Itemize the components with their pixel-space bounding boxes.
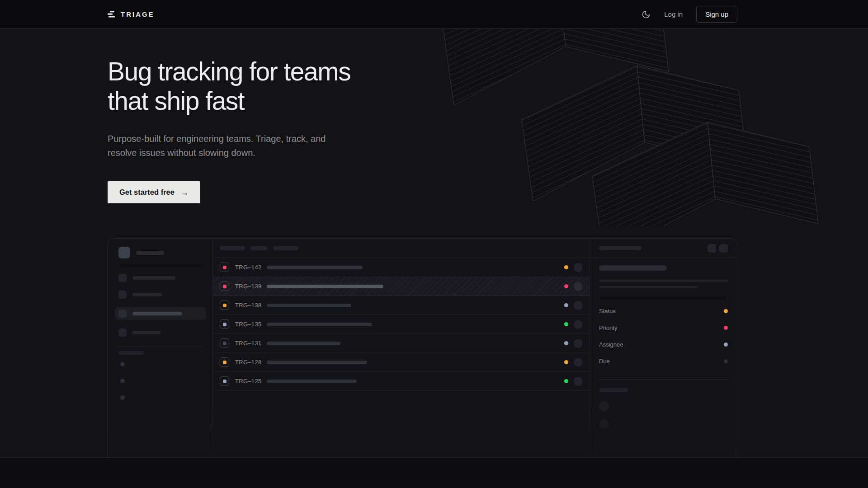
issue-type-icon — [220, 282, 229, 291]
sidebar-nav-item[interactable] — [118, 274, 202, 282]
description-line-placeholder — [599, 280, 728, 282]
assignee-avatar[interactable] — [574, 358, 583, 367]
activity-avatar — [599, 401, 609, 411]
field-label: Due — [599, 358, 610, 365]
logo[interactable]: TRIAGE — [108, 10, 155, 18]
divider — [599, 379, 728, 380]
issue-title-placeholder — [267, 380, 357, 383]
signup-button[interactable]: Sign up — [696, 6, 737, 23]
issue-type-icon — [220, 263, 229, 272]
issue-row[interactable]: TRG–138 — [213, 296, 590, 315]
sidebar-nav-item[interactable] — [115, 307, 206, 320]
divider — [599, 298, 728, 298]
assignee-avatar[interactable] — [574, 339, 583, 348]
issue-type-icon — [220, 300, 229, 310]
cta-label: Get started free — [119, 188, 175, 197]
sidebar-footer-dots — [118, 362, 202, 400]
workspace-avatar — [118, 247, 130, 258]
issue-row[interactable]: TRG–131 — [213, 334, 590, 353]
status-dot — [564, 265, 568, 269]
issue-type-icon — [220, 338, 229, 348]
nav-item-label-placeholder — [132, 312, 182, 315]
assignee-avatar[interactable] — [574, 282, 583, 291]
nav-item-label-placeholder — [132, 331, 160, 334]
status-dot — [564, 360, 568, 364]
issue-id: TRG–139 — [235, 283, 263, 290]
issue-list-header — [213, 239, 590, 258]
wireframe-decoration — [407, 29, 868, 226]
sidebar-dot — [120, 379, 125, 383]
assignee-avatar[interactable] — [574, 263, 583, 272]
theme-toggle[interactable] — [642, 10, 651, 19]
status-dot — [564, 303, 568, 307]
sidebar-nav-item[interactable] — [118, 328, 202, 337]
detail-action-button[interactable] — [708, 244, 716, 253]
issue-id: TRG–138 — [235, 302, 263, 309]
preview-sidebar — [108, 239, 213, 458]
activity-label-placeholder — [599, 388, 628, 392]
sidebar-nav-item[interactable] — [118, 291, 202, 299]
issue-heading-placeholder — [599, 265, 667, 271]
nav-item-icon — [118, 291, 127, 299]
workspace-switcher[interactable] — [118, 247, 202, 258]
field-value-dot — [724, 309, 728, 313]
issue-title-placeholder — [267, 266, 363, 269]
issue-type-icon — [220, 319, 229, 329]
filter-tab-placeholder[interactable] — [220, 246, 245, 250]
login-link[interactable]: Log in — [664, 10, 683, 18]
detail-field-row[interactable]: Priority — [599, 319, 728, 336]
issue-list: TRG–142 TRG–139 — [213, 239, 590, 458]
status-dot — [564, 322, 568, 326]
issue-type-icon — [220, 376, 229, 386]
status-dot — [564, 379, 568, 383]
field-value-dot — [724, 359, 728, 363]
assignee-avatar[interactable] — [574, 320, 583, 329]
title-line-2: that ship fast — [108, 86, 244, 115]
status-dot — [564, 341, 568, 345]
app-preview-panel: TRG–142 TRG–139 — [107, 238, 737, 458]
issue-row[interactable]: TRG–139 — [213, 277, 590, 296]
issue-type-icon — [220, 357, 229, 367]
issue-id: TRG–131 — [235, 340, 263, 347]
detail-body: Status Priority Assignee — [590, 258, 737, 429]
field-label: Priority — [599, 324, 617, 331]
moon-icon — [642, 10, 651, 19]
detail-action-button[interactable] — [719, 244, 728, 253]
detail-field-row[interactable]: Assignee — [599, 336, 728, 353]
top-navbar: TRIAGE Log in Sign up — [0, 0, 868, 29]
hero-subtitle: Purpose-built for engineering teams. Tri… — [108, 132, 451, 160]
issue-row[interactable]: TRG–135 — [213, 315, 590, 334]
assignee-avatar[interactable] — [574, 377, 583, 386]
detail-field-row[interactable]: Status — [599, 303, 728, 319]
triage-logo-icon — [108, 11, 116, 18]
detail-header — [590, 239, 737, 258]
nav-item-label-placeholder — [132, 276, 175, 280]
issue-id: TRG–142 — [235, 264, 263, 271]
issue-title-placeholder — [267, 304, 351, 307]
issue-row[interactable]: TRG–125 — [213, 372, 590, 391]
detail-title-placeholder — [599, 246, 642, 250]
detail-header-actions — [708, 244, 728, 253]
issue-rows: TRG–142 TRG–139 — [213, 258, 590, 391]
get-started-button[interactable]: Get started free → — [108, 181, 200, 203]
activity-avatar — [599, 419, 609, 429]
filter-tab-placeholder[interactable] — [250, 246, 268, 250]
header-actions: Log in Sign up — [642, 6, 737, 23]
nav-item-label-placeholder — [132, 293, 162, 296]
assignee-avatar[interactable] — [574, 301, 583, 310]
issue-title-placeholder — [267, 342, 340, 345]
sidebar-nav — [118, 274, 202, 337]
issue-row[interactable]: TRG–128 — [213, 353, 590, 372]
field-value-dot — [724, 326, 728, 330]
sidebar-dot — [120, 395, 125, 400]
title-line-1: Bug tracking for teams — [108, 57, 350, 86]
filter-tab-placeholder[interactable] — [273, 246, 298, 250]
description-line-placeholder — [599, 286, 698, 288]
detail-field-row[interactable]: Due — [599, 353, 728, 370]
issue-row[interactable]: TRG–142 — [213, 258, 590, 277]
issue-id: TRG–125 — [235, 378, 263, 385]
hero-copy: Bug tracking for teams that ship fast Pu… — [108, 29, 451, 203]
next-section-strip — [0, 458, 868, 488]
field-label: Assignee — [599, 341, 623, 348]
issue-id: TRG–135 — [235, 321, 263, 328]
